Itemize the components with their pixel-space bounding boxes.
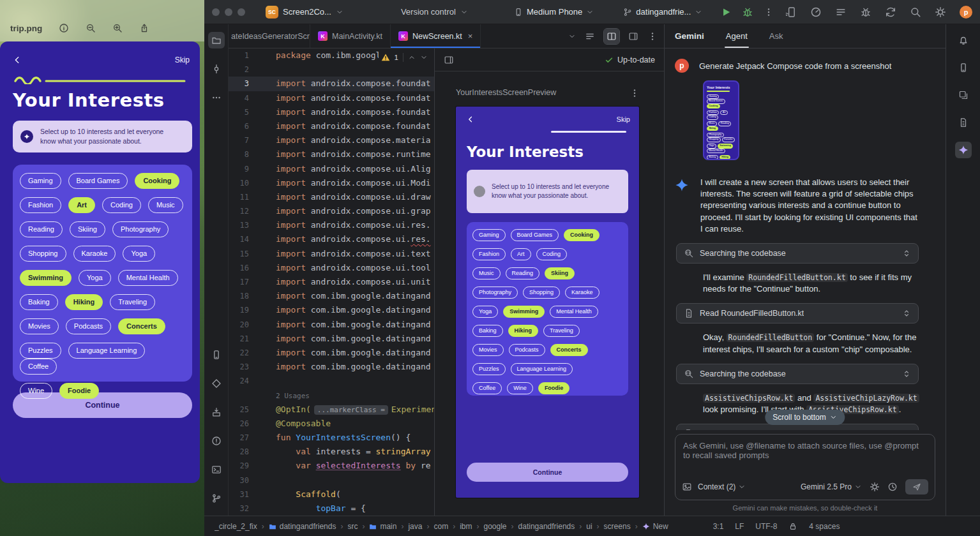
- code-line[interactable]: 24: [229, 374, 434, 388]
- breadcrumb-item[interactable]: screens: [604, 522, 631, 531]
- device-explorer-button[interactable]: [955, 59, 972, 76]
- send-button[interactable]: [905, 479, 928, 495]
- app-quality-insights-icon[interactable]: [860, 6, 871, 18]
- back-chevron-icon[interactable]: [467, 115, 474, 123]
- expand-collapse-icon[interactable]: [902, 309, 911, 318]
- code-line[interactable]: 22import com.ibm.google.datingand: [229, 346, 434, 360]
- code-line[interactable]: 11import androidx.compose.ui.draw: [229, 190, 434, 204]
- interest-chip[interactable]: Coffee: [472, 382, 502, 394]
- interest-chip[interactable]: Coding: [102, 197, 141, 213]
- share-icon[interactable]: [139, 23, 149, 33]
- file-encoding[interactable]: UTF-8: [755, 522, 777, 531]
- interest-chip[interactable]: Wine: [507, 382, 533, 394]
- attached-screenshot-thumbnail[interactable]: Your Interests GamingBoard GamesCookingF…: [703, 80, 739, 160]
- project-tool-button[interactable]: [208, 32, 225, 48]
- tab-mainactivity[interactable]: K MainActivity.kt: [310, 24, 391, 48]
- code-line[interactable]: 21import com.ibm.google.datingand: [229, 332, 434, 346]
- interest-chip[interactable]: Yoga: [472, 306, 498, 318]
- interest-chip[interactable]: Coffee: [20, 359, 57, 375]
- interest-chip[interactable]: Art: [68, 197, 95, 213]
- more-tool-windows-button[interactable]: [208, 89, 225, 106]
- interest-chip[interactable]: Concerts: [550, 344, 588, 356]
- continue-button[interactable]: Continue: [467, 463, 628, 482]
- expand-collapse-icon[interactable]: [902, 249, 911, 258]
- interest-chip[interactable]: Podcasts: [66, 318, 111, 334]
- tab-newscreen[interactable]: K NewScreen.kt ×: [391, 24, 481, 48]
- code-line[interactable]: 18import com.ibm.google.datingand: [229, 289, 434, 303]
- editor-options-icon[interactable]: [647, 31, 658, 41]
- interest-chip[interactable]: Shopping: [20, 246, 66, 262]
- breadcrumb-item[interactable]: ibm: [460, 522, 472, 531]
- zoom-out-icon[interactable]: [86, 23, 96, 33]
- interest-chip[interactable]: Cooking: [135, 173, 179, 189]
- scroll-to-bottom-button[interactable]: Scroll to bottom: [765, 410, 845, 425]
- tool-call-row-read-1[interactable]: Read RoundedFilledButton.kt: [676, 303, 919, 324]
- code-line[interactable]: 13import androidx.compose.ui.res.: [229, 218, 434, 232]
- tab-ask[interactable]: Ask: [769, 31, 783, 41]
- tab-dateideasgeneratorscreen[interactable]: ateIdeasGeneratorScreen.kt: [229, 24, 310, 48]
- design-view-button[interactable]: [626, 29, 641, 44]
- interest-chip[interactable]: Baking: [472, 325, 503, 337]
- zoom-in-icon[interactable]: [112, 23, 123, 33]
- interest-chip[interactable]: Movies: [472, 344, 504, 356]
- breadcrumb-item[interactable]: google: [483, 522, 506, 531]
- resource-manager-button[interactable]: [955, 87, 972, 103]
- interest-chip[interactable]: Hiking: [508, 325, 539, 337]
- tool-call-row-search-2[interactable]: Searching the codebase: [676, 364, 919, 384]
- run-config-selector[interactable]: datingandfrie...: [619, 4, 706, 19]
- terminal-button[interactable]: [208, 461, 225, 478]
- code-line[interactable]: 25@OptIn(...markerClass =Experiment: [229, 403, 434, 417]
- context-selector[interactable]: Context (2): [698, 482, 746, 491]
- interest-chip[interactable]: Traveling: [543, 325, 580, 337]
- expand-collapse-icon[interactable]: [902, 369, 911, 378]
- run-button[interactable]: [720, 6, 732, 18]
- code-line[interactable]: 2: [229, 63, 434, 77]
- interest-chip[interactable]: Puzzles: [20, 343, 61, 359]
- code-line[interactable]: 8import androidx.compose.runtime: [229, 147, 434, 161]
- prompt-settings-icon[interactable]: [870, 482, 880, 492]
- split-view-button[interactable]: [604, 29, 619, 44]
- interest-chip[interactable]: Concerts: [118, 318, 165, 334]
- sync-project-icon[interactable]: [885, 6, 896, 18]
- breadcrumb-item[interactable]: com: [433, 522, 448, 531]
- notifications-button[interactable]: [955, 32, 972, 48]
- problems-button[interactable]: [208, 433, 225, 449]
- debug-button[interactable]: [742, 6, 753, 18]
- breadcrumb-item[interactable]: datingandfriends: [518, 522, 575, 531]
- prev-problem-icon[interactable]: [408, 54, 416, 61]
- profiler-icon[interactable]: [810, 6, 822, 18]
- skip-button[interactable]: Skip: [617, 115, 630, 123]
- interest-chip[interactable]: Swimming: [20, 270, 72, 286]
- code-line[interactable]: 9import androidx.compose.ui.Alig: [229, 162, 434, 176]
- interest-chip[interactable]: Music: [148, 197, 183, 213]
- commit-tool-button[interactable]: [208, 61, 225, 77]
- interest-chip[interactable]: Coding: [536, 248, 568, 260]
- interest-chip[interactable]: Mental Health: [118, 270, 178, 286]
- code-line[interactable]: 17import androidx.compose.ui.unit: [229, 275, 434, 289]
- preview-layout-icon[interactable]: [444, 55, 454, 65]
- code-line[interactable]: 6import androidx.compose.foundat: [229, 119, 434, 133]
- interest-chip[interactable]: Traveling: [110, 294, 155, 310]
- prompt-input[interactable]: [675, 435, 935, 472]
- interest-chip[interactable]: Yoga: [123, 246, 155, 262]
- version-control-button[interactable]: [208, 490, 225, 507]
- code-line[interactable]: 31 Scaffold(: [229, 488, 434, 502]
- interest-chip[interactable]: Skiing: [70, 221, 105, 237]
- breadcrumb-item[interactable]: datingandfriends: [269, 522, 336, 531]
- close-window-button[interactable]: [212, 8, 220, 16]
- interest-chip[interactable]: Photography: [472, 287, 518, 299]
- interest-chip[interactable]: Photography: [112, 221, 169, 237]
- next-problem-icon[interactable]: [420, 54, 428, 61]
- history-icon[interactable]: [887, 482, 898, 492]
- device-mirroring-icon[interactable]: [785, 6, 797, 18]
- interest-chip[interactable]: Board Games: [511, 229, 559, 241]
- app-inspection-button[interactable]: [208, 375, 225, 392]
- code-line[interactable]: 7import androidx.compose.materia: [229, 133, 434, 147]
- tab-list-chevron-icon[interactable]: [568, 33, 576, 40]
- interest-chip[interactable]: Baking: [20, 294, 58, 310]
- code-line[interactable]: 16import androidx.compose.ui.tool: [229, 261, 434, 275]
- interest-chip[interactable]: Wine: [20, 383, 52, 399]
- code-line[interactable]: 28 val interests = stringArray: [229, 445, 434, 459]
- interest-chip[interactable]: Fashion: [472, 248, 506, 260]
- interest-chip[interactable]: Karaoke: [565, 287, 599, 299]
